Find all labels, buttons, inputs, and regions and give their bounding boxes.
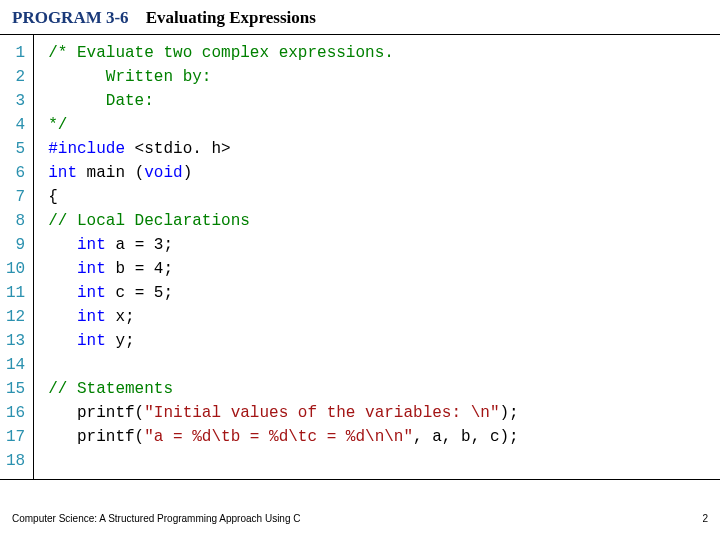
line-number: 18 — [6, 449, 25, 473]
line-number: 10 — [6, 257, 25, 281]
line-number: 8 — [6, 209, 25, 233]
line-number: 13 — [6, 329, 25, 353]
code-line: int b = 4; — [48, 257, 518, 281]
slide-footer: Computer Science: A Structured Programmi… — [12, 513, 708, 524]
line-number: 17 — [6, 425, 25, 449]
page-number: 2 — [702, 513, 708, 524]
code-line — [48, 353, 518, 377]
code-line: Written by: — [48, 65, 518, 89]
code-listing: 123456789101112131415161718 /* Evaluate … — [0, 35, 720, 480]
program-header: PROGRAM 3-6 Evaluating Expressions — [0, 0, 720, 35]
footer-text: Computer Science: A Structured Programmi… — [12, 513, 300, 524]
code-line: int x; — [48, 305, 518, 329]
line-number: 1 — [6, 41, 25, 65]
code-line: printf("Initial values of the variables:… — [48, 401, 518, 425]
code-line: int a = 3; — [48, 233, 518, 257]
code-line: // Local Declarations — [48, 209, 518, 233]
line-number: 4 — [6, 113, 25, 137]
code-line: int c = 5; — [48, 281, 518, 305]
code-line: int main (void) — [48, 161, 518, 185]
line-number: 7 — [6, 185, 25, 209]
line-number: 6 — [6, 161, 25, 185]
line-number: 11 — [6, 281, 25, 305]
code-line: */ — [48, 113, 518, 137]
line-number: 15 — [6, 377, 25, 401]
line-number: 3 — [6, 89, 25, 113]
line-number-gutter: 123456789101112131415161718 — [0, 35, 34, 479]
code-line: Date: — [48, 89, 518, 113]
line-number: 2 — [6, 65, 25, 89]
code-line: printf("a = %d\tb = %d\tc = %d\n\n", a, … — [48, 425, 518, 449]
line-number: 9 — [6, 233, 25, 257]
code-line: int y; — [48, 329, 518, 353]
line-number: 12 — [6, 305, 25, 329]
line-number: 16 — [6, 401, 25, 425]
code-line: // Statements — [48, 377, 518, 401]
program-title: Evaluating Expressions — [146, 8, 316, 27]
line-number: 5 — [6, 137, 25, 161]
code-line: /* Evaluate two complex expressions. — [48, 41, 518, 65]
line-number: 14 — [6, 353, 25, 377]
code-line: #include <stdio. h> — [48, 137, 518, 161]
program-label: PROGRAM 3-6 — [12, 8, 129, 27]
code-line — [48, 449, 518, 473]
code-body: /* Evaluate two complex expressions. Wri… — [34, 35, 528, 479]
code-line: { — [48, 185, 518, 209]
